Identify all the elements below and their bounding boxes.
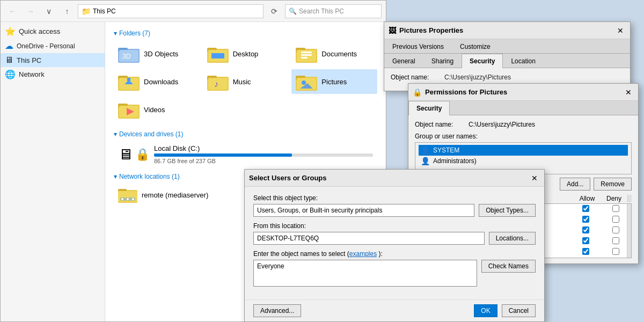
enter-names-row: Enter the object names to select (exampl…	[253, 250, 536, 287]
recent-button[interactable]: ∨	[41, 4, 56, 19]
allow-checkbox[interactable]	[582, 237, 589, 244]
tab-security[interactable]: Security	[462, 54, 503, 68]
list-item[interactable]: Downloads	[114, 69, 200, 94]
location-row: From this location: Locations...	[253, 222, 536, 245]
object-name-label: Object name:	[391, 74, 444, 81]
sidebar-label-this-pc: This PC	[17, 56, 41, 64]
list-item[interactable]: Documents	[291, 41, 377, 66]
cancel-button[interactable]: Cancel	[502, 304, 536, 317]
quick-access-icon: ⭐	[5, 26, 16, 36]
device-name: Local Disk (C:)	[154, 144, 373, 152]
location-input[interactable]	[253, 232, 485, 245]
sidebar-item-onedrive[interactable]: ☁ OneDrive - Personal	[1, 39, 105, 53]
device-drive-icon: 🖥 🔒	[118, 145, 150, 163]
svg-text:♪: ♪	[214, 79, 218, 89]
list-item[interactable]: 3D 3D Objects	[114, 41, 200, 66]
forward-button[interactable]: →	[23, 4, 38, 19]
svg-text:3D: 3D	[122, 53, 131, 60]
devices-section: 🖥 🔒 Local Disk (C:) 86.7 GB free of 237 …	[114, 142, 377, 166]
folder-name: Desktop	[233, 50, 259, 58]
allow-checkbox[interactable]	[582, 205, 589, 212]
list-item[interactable]: Videos	[114, 97, 200, 122]
sidebar-label-network: Network	[19, 70, 45, 78]
object-names-input[interactable]: Everyone	[253, 260, 477, 287]
enter-names-field-row: Everyone Check Names	[253, 260, 536, 287]
select-users-close-button[interactable]: ✕	[529, 173, 540, 184]
allow-checkbox[interactable]	[582, 226, 589, 233]
folder-name: Documents	[321, 50, 357, 58]
device-progress-fill	[154, 153, 292, 157]
user-icon: 👤	[421, 157, 430, 165]
deny-checkbox[interactable]	[612, 237, 619, 244]
check-names-button[interactable]: Check Names	[481, 260, 536, 273]
list-item[interactable]: 🖥 🔒 Local Disk (C:) 86.7 GB free of 237 …	[114, 142, 377, 166]
add-button[interactable]: Add...	[560, 178, 590, 191]
perms-object-name-value: C:\Users\juzzy\Pictures	[469, 121, 535, 128]
explorer-toolbar: ← → ∨ ↑ 📁 This PC ⟳ 🔍 Search This PC	[1, 1, 386, 22]
perms-tabs-row: Security	[408, 101, 638, 115]
search-box[interactable]: 🔍 Search This PC	[285, 4, 382, 18]
device-info: Local Disk (C:) 86.7 GB free of 237 GB	[154, 144, 373, 164]
folders-grid: 3D 3D Objects Desktop	[114, 41, 377, 122]
user-administrators[interactable]: 👤 Administrators)	[419, 156, 628, 166]
object-type-input[interactable]	[253, 204, 474, 217]
object-types-button[interactable]: Object Types...	[479, 204, 536, 217]
deny-checkbox[interactable]	[612, 205, 619, 212]
network-section-label: Network locations (1)	[119, 173, 180, 180]
folder-name: Music	[233, 78, 251, 86]
tab-general[interactable]: General	[384, 54, 423, 68]
svg-rect-18	[127, 78, 130, 81]
remove-button[interactable]: Remove	[594, 178, 632, 191]
refresh-button[interactable]: ⟳	[267, 4, 282, 19]
tab-location[interactable]: Location	[503, 54, 543, 68]
tab-previous-versions[interactable]: Previous Versions	[384, 39, 452, 54]
perms-object-name-field: Object name: C:\Users\juzzy\Pictures	[415, 121, 632, 128]
tab-customize[interactable]: Customize	[452, 39, 499, 54]
object-name-field: Object name: C:\Users\juzzy\Pictures	[391, 74, 624, 81]
svg-rect-12	[301, 54, 312, 56]
user-system[interactable]: 👤 SYSTEM	[419, 145, 628, 156]
perms-tab-security[interactable]: Security	[408, 101, 450, 115]
deny-checkbox[interactable]	[612, 226, 619, 233]
svg-point-26	[302, 80, 306, 85]
tab-sharing[interactable]: Sharing	[423, 54, 462, 68]
select-users-title-bar: Select Users or Groups ✕	[245, 170, 544, 187]
svg-point-36	[121, 198, 123, 200]
object-name-value: C:\Users\juzzy\Pictures	[444, 74, 511, 81]
allow-checkbox[interactable]	[582, 216, 589, 223]
list-item[interactable]: ♪ Music	[203, 69, 289, 94]
folder-music-icon: ♪	[207, 72, 229, 91]
dialog-tabs-row2: General Sharing Security Location	[384, 54, 630, 68]
perms-close-button[interactable]: ✕	[623, 87, 634, 98]
back-button[interactable]: ←	[5, 4, 20, 19]
ok-button[interactable]: OK	[474, 304, 497, 317]
list-item[interactable]: Desktop	[203, 41, 289, 66]
svg-point-37	[127, 198, 129, 200]
search-icon: 🔍	[289, 8, 297, 15]
perms-title-bar: 🔒 Permissions for Pictures ✕	[408, 84, 638, 101]
sidebar-label-onedrive: OneDrive - Personal	[17, 42, 75, 50]
deny-checkbox[interactable]	[612, 216, 619, 223]
sidebar-item-network[interactable]: 🌐 Network	[1, 67, 105, 82]
list-item[interactable]: Pictures	[291, 69, 377, 94]
examples-link[interactable]: examples	[349, 250, 377, 258]
close-button[interactable]: ✕	[615, 25, 626, 36]
perms-scrollbar[interactable]	[627, 204, 631, 258]
sidebar-item-this-pc[interactable]: 🖥 This PC	[1, 53, 105, 67]
network-icon: 🌐	[5, 69, 16, 79]
up-button[interactable]: ↑	[60, 4, 75, 19]
folder-name: Downloads	[144, 78, 178, 86]
locations-button[interactable]: Locations...	[489, 232, 536, 245]
allow-checkbox[interactable]	[582, 248, 589, 255]
svg-point-38	[132, 198, 134, 200]
sidebar-item-quick-access[interactable]: ⭐ Quick access	[1, 24, 105, 39]
dialog-title-bar: 🖼 Pictures Properties ✕	[384, 22, 630, 39]
address-bar[interactable]: 📁 This PC	[78, 4, 264, 18]
svg-rect-7	[211, 53, 224, 58]
advanced-button[interactable]: Advanced...	[253, 304, 301, 317]
svg-rect-13	[301, 57, 308, 58]
deny-checkbox[interactable]	[612, 248, 619, 255]
folder-videos-icon	[118, 100, 140, 119]
select-users-title-text: Select Users or Groups	[249, 174, 327, 182]
user-icon: 👤	[421, 146, 430, 155]
